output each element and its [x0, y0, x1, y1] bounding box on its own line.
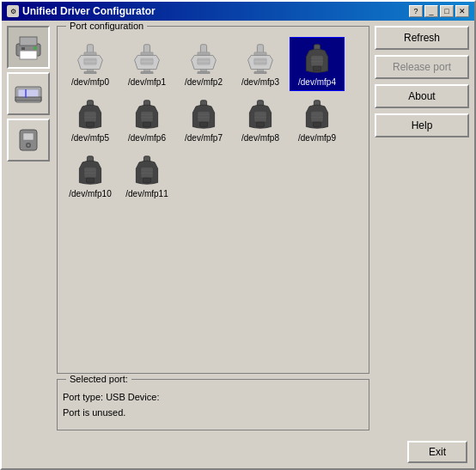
svg-rect-24: [141, 71, 153, 74]
port-item-mfp8[interactable]: /dev/mfp8: [233, 93, 288, 147]
svg-rect-10: [23, 133, 34, 140]
port-item-mfp4[interactable]: /dev/mfp4: [290, 37, 345, 91]
port-config-group: Port configuration /dev/mfp0 /dev/mfp1 /…: [57, 26, 369, 374]
svg-rect-22: [141, 58, 153, 64]
port-label-mfp7: /dev/mfp7: [185, 133, 223, 143]
refresh-button[interactable]: Refresh: [375, 26, 469, 50]
svg-rect-72: [84, 167, 96, 178]
svg-rect-14: [84, 52, 96, 56]
help-button-right[interactable]: Help: [375, 113, 469, 137]
svg-rect-1: [20, 37, 37, 46]
svg-rect-52: [141, 111, 153, 122]
port-label-mfp1: /dev/mfp1: [128, 77, 166, 87]
svg-rect-31: [198, 71, 210, 74]
port-label-mfp9: /dev/mfp9: [298, 133, 336, 143]
port-config-legend: Port configuration: [66, 21, 147, 31]
printer-icon: [13, 32, 44, 63]
port-label-mfp2: /dev/mfp2: [185, 77, 223, 87]
svg-rect-78: [143, 178, 151, 182]
port-icon-mfp11: [126, 153, 168, 187]
port-item-mfp2[interactable]: /dev/mfp2: [176, 37, 231, 91]
window-title: Unified Driver Configurator: [22, 5, 156, 17]
port-icon-mfp4: [296, 41, 338, 76]
svg-rect-43: [314, 66, 321, 70]
selected-port-info: Port type: USB Device: Port is unused.: [63, 390, 363, 420]
port-item-mfp1[interactable]: /dev/mfp1: [119, 37, 174, 91]
svg-rect-29: [198, 58, 210, 64]
svg-rect-47: [84, 111, 96, 122]
port-icon-mfp5: [70, 97, 111, 131]
about-button[interactable]: About: [375, 84, 469, 108]
exit-button[interactable]: Exit: [407, 441, 467, 463]
port-icon-mfp1: [126, 41, 168, 76]
maximize-button[interactable]: □: [440, 5, 454, 17]
main-window: ⚙ Unified Driver Configurator ? _ □ ✕: [0, 0, 476, 470]
port-icon-mfp2: [183, 41, 224, 76]
scanners-button[interactable]: [7, 72, 50, 115]
port-label-mfp11: /dev/mfp11: [125, 189, 168, 198]
port-label-mfp4: /dev/mfp4: [298, 77, 336, 87]
port-item-mfp0[interactable]: /dev/mfp0: [63, 37, 118, 91]
port-label-mfp5: /dev/mfp5: [71, 133, 109, 143]
svg-rect-63: [257, 122, 265, 126]
svg-rect-58: [200, 122, 208, 126]
port-item-mfp10[interactable]: /dev/mfp10: [63, 149, 118, 203]
selected-port-group: Selected port: Port type: USB Device: Po…: [57, 379, 369, 430]
port-item-mfp5[interactable]: /dev/mfp5: [63, 93, 118, 147]
port-type-line: Port type: USB Device:: [63, 390, 363, 406]
svg-rect-38: [254, 71, 266, 74]
center-panel: Port configuration /dev/mfp0 /dev/mfp1 /…: [57, 26, 369, 430]
svg-rect-7: [15, 97, 41, 101]
svg-rect-48: [87, 122, 95, 126]
printers-button[interactable]: [7, 26, 50, 69]
svg-rect-67: [311, 111, 323, 122]
port-icon-mfp3: [240, 41, 281, 76]
svg-rect-73: [87, 178, 95, 182]
left-panel: [7, 26, 52, 430]
port-label-mfp0: /dev/mfp0: [71, 77, 109, 87]
port-item-mfp7[interactable]: /dev/mfp7: [176, 93, 231, 147]
app-icon: ⚙: [7, 5, 19, 17]
port-item-mfp6[interactable]: /dev/mfp6: [119, 93, 174, 147]
selected-port-legend: Selected port:: [66, 374, 131, 384]
svg-rect-3: [21, 47, 25, 50]
title-buttons: ? _ □ ✕: [409, 5, 469, 17]
port-icon-mfp0: [70, 41, 111, 76]
port-icon-mfp7: [183, 97, 224, 131]
port-icon-mfp10: [70, 153, 111, 187]
port-icon-mfp6: [126, 97, 168, 131]
port-status-line: Port is unused.: [63, 406, 363, 421]
svg-rect-28: [198, 52, 210, 56]
right-panel: Refresh Release port About Help: [375, 26, 469, 430]
port-label-mfp8: /dev/mfp8: [241, 133, 279, 143]
svg-point-12: [27, 144, 30, 147]
port-grid: /dev/mfp0 /dev/mfp1 /dev/mfp2 /dev/mfp3 …: [63, 37, 363, 368]
port-item-mfp9[interactable]: /dev/mfp9: [290, 93, 345, 147]
svg-rect-53: [143, 122, 151, 126]
title-bar-left: ⚙ Unified Driver Configurator: [7, 5, 156, 17]
port-label-mfp6: /dev/mfp6: [128, 133, 166, 143]
spacer: [375, 143, 469, 430]
port-label-mfp10: /dev/mfp10: [69, 189, 111, 198]
svg-rect-17: [84, 71, 96, 74]
minimize-button[interactable]: _: [424, 5, 438, 17]
port-icon-mfp8: [240, 97, 281, 131]
svg-rect-2: [20, 51, 37, 59]
storage-button[interactable]: [7, 119, 50, 162]
help-button[interactable]: ?: [409, 5, 423, 17]
svg-rect-35: [254, 52, 266, 56]
svg-rect-62: [254, 111, 266, 122]
port-icon-mfp9: [296, 97, 338, 131]
svg-rect-15: [84, 58, 96, 64]
window-body: Port configuration /dev/mfp0 /dev/mfp1 /…: [2, 21, 474, 436]
svg-rect-42: [311, 55, 323, 66]
scanner-icon: [13, 78, 44, 109]
svg-rect-68: [314, 122, 321, 126]
port-item-mfp11[interactable]: /dev/mfp11: [119, 149, 174, 203]
port-item-mfp3[interactable]: /dev/mfp3: [233, 37, 288, 91]
close-button[interactable]: ✕: [455, 5, 469, 17]
storage-icon: [13, 125, 44, 156]
release-port-button[interactable]: Release port: [375, 55, 469, 79]
title-bar: ⚙ Unified Driver Configurator ? _ □ ✕: [2, 2, 474, 21]
svg-rect-77: [141, 167, 153, 178]
